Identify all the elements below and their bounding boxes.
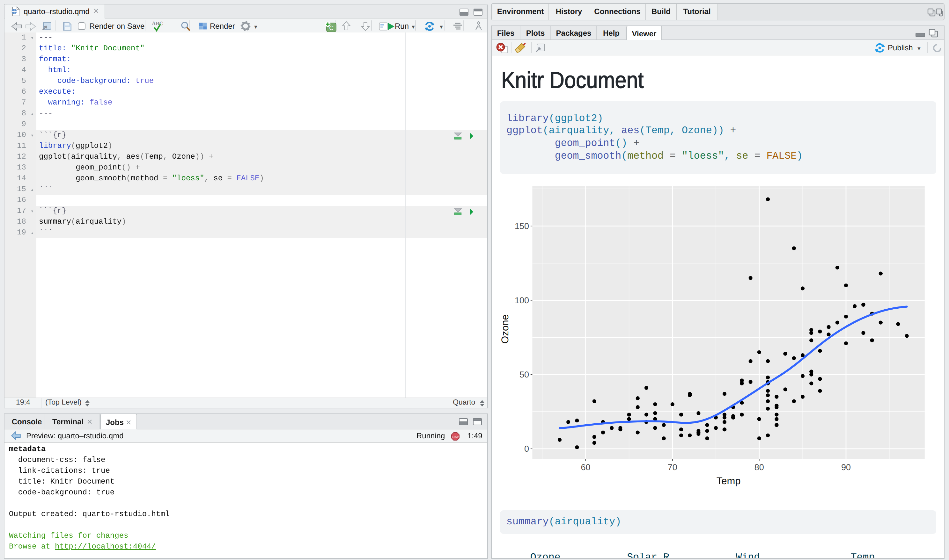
svg-text:100: 100 — [515, 295, 529, 305]
svg-text:STOP: STOP — [452, 435, 459, 438]
svg-text:90: 90 — [841, 463, 851, 472]
svg-text:50: 50 — [520, 370, 529, 379]
svg-text:150: 150 — [515, 222, 529, 231]
svg-text:0: 0 — [524, 444, 529, 454]
svg-text:ABC: ABC — [152, 20, 163, 26]
svg-text:80: 80 — [755, 463, 764, 472]
svg-text:C: C — [329, 25, 333, 32]
svg-text:Temp: Temp — [716, 476, 741, 487]
svg-text:Ozone: Ozone — [500, 314, 511, 343]
svg-text:70: 70 — [668, 463, 677, 472]
svg-text:60: 60 — [581, 463, 591, 472]
